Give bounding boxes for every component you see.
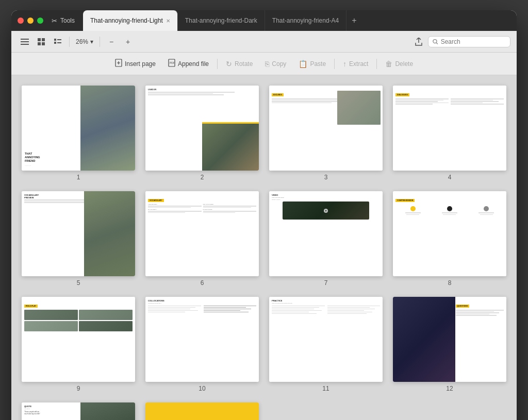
tab-dark[interactable]: That-annoying-friend-Dark — [178, 10, 265, 31]
copy-icon: ⎘ — [265, 60, 269, 68]
delete-icon: 🗑 — [385, 60, 392, 68]
delete-label: Delete — [395, 60, 413, 68]
search-icon — [433, 39, 438, 45]
paste-icon: 📋 — [299, 60, 307, 68]
page-thumb-8[interactable]: COMPREHENSION — [393, 191, 506, 287]
extract-button[interactable]: ↑ Extract — [338, 57, 373, 71]
svg-point-11 — [433, 39, 437, 43]
paste-label: Paste — [310, 60, 326, 68]
rotate-icon: ↻ — [226, 60, 232, 68]
insert-page-icon — [115, 59, 122, 69]
tools-label: Tools — [60, 17, 75, 24]
svg-rect-3 — [38, 38, 41, 41]
svg-rect-8 — [57, 39, 61, 40]
action-separator-3 — [376, 59, 377, 69]
svg-line-12 — [436, 42, 438, 44]
toolbar: 26% ▾ − + — [11, 31, 517, 53]
append-file-label: Append file — [178, 60, 209, 68]
thumb-card-13: QUOTE Who said it? "Some people talk too… — [22, 402, 135, 420]
svg-rect-1 — [21, 41, 29, 42]
page-thumb-6[interactable]: VOCABULARY Annoying friend Do you need i… — [145, 191, 259, 287]
append-file-button[interactable]: PDF Append file — [163, 56, 214, 71]
zoom-in-button[interactable]: + — [121, 35, 135, 49]
insert-page-label: Insert page — [125, 60, 156, 68]
insert-page-button[interactable]: Insert page — [110, 56, 161, 71]
thumb-card-6: VOCABULARY Annoying friend Do you need i… — [145, 191, 259, 276]
thumb-card-4: DIALOGUES — [393, 86, 506, 171]
tab-bar: That-annoying-friend-Light ✕ That-annoyi… — [83, 10, 510, 31]
page-thumb-10[interactable]: COLLOCATIONS Complete each phrase with 1 — [145, 297, 259, 392]
toolbar-separator-1 — [69, 37, 70, 47]
tab-label-dark: That-annoying-friend-Dark — [185, 17, 257, 24]
minimize-button[interactable] — [27, 18, 34, 24]
paste-button[interactable]: 📋 Paste — [293, 57, 331, 71]
page-thumb-7[interactable]: VIDEO That Annoying Friend Duration: 2:0… — [269, 191, 383, 287]
svg-rect-5 — [38, 42, 41, 45]
svg-rect-2 — [21, 44, 29, 45]
delete-button[interactable]: 🗑 Delete — [380, 57, 418, 71]
tab-label-a4: That-annoying-friend-A4 — [272, 17, 339, 24]
rotate-button[interactable]: ↻ Rotate — [221, 57, 258, 71]
svg-rect-10 — [57, 42, 61, 43]
page-number-1: 1 — [77, 174, 80, 181]
extract-icon: ↑ — [343, 60, 346, 68]
page-thumb-4[interactable]: DIALOGUES — [393, 86, 506, 181]
zoom-display[interactable]: 26% ▾ — [76, 38, 93, 45]
page-thumb-1[interactable]: THATANNOYINGFRIEND ___________ 1 — [22, 86, 135, 181]
tab-close-light[interactable]: ✕ — [166, 18, 170, 24]
page-thumb-5[interactable]: VOCABULARYPREVIEW 5 — [22, 191, 135, 287]
action-separator-1 — [217, 59, 218, 69]
action-separator-2 — [334, 59, 335, 69]
page-number-7: 7 — [324, 279, 328, 287]
thumb-card-11: PRACTICE Match the sentences with suitab… — [269, 297, 383, 382]
page-number-2: 2 — [201, 174, 204, 181]
svg-rect-0 — [21, 39, 29, 40]
page-thumb-3[interactable]: EXCUSES 3 — [269, 86, 383, 181]
page-thumb-12[interactable]: QUESTIONS 12 — [393, 297, 506, 392]
thumb-card-12: QUESTIONS — [393, 297, 506, 382]
zoom-out-button[interactable]: − — [104, 35, 119, 49]
copy-button[interactable]: ⎘ Copy — [260, 57, 291, 71]
page-thumb-11[interactable]: PRACTICE Match the sentences with suitab… — [269, 297, 383, 392]
grid-view-button[interactable] — [34, 35, 48, 49]
sidebar-toggle-button[interactable] — [18, 35, 32, 49]
page-thumb-13[interactable]: QUOTE Who said it? "Some people talk too… — [22, 402, 135, 420]
thumb-card-1: THATANNOYINGFRIEND ___________ — [22, 86, 135, 171]
titlebar: ✂ Tools That-annoying-friend-Light ✕ Tha… — [11, 10, 517, 31]
action-bar: Insert page PDF Append file ↻ Rotate ⎘ C… — [11, 53, 517, 75]
tools-section: ✂ Tools — [52, 17, 75, 25]
app-window: ✂ Tools That-annoying-friend-Light ✕ Tha… — [11, 10, 517, 420]
extract-label: Extract — [349, 60, 368, 68]
page-number-9: 9 — [77, 385, 80, 392]
maximize-button[interactable] — [37, 18, 43, 24]
tab-light[interactable]: That-annoying-friend-Light ✕ — [83, 10, 178, 31]
tools-icon: ✂ — [52, 17, 57, 25]
thumb-card-9: ROLE-PLAY — [22, 297, 135, 382]
page-number-11: 11 — [322, 385, 329, 392]
thumb-card-3: EXCUSES — [269, 86, 383, 171]
toolbar-separator-2 — [100, 37, 100, 47]
svg-rect-9 — [54, 42, 56, 44]
page-number-3: 3 — [324, 174, 328, 181]
page-thumb-14[interactable]: ANY QUESTIONS? 14 — [145, 402, 259, 420]
append-file-icon: PDF — [168, 59, 175, 69]
list-view-button[interactable] — [51, 35, 65, 49]
page-thumb-2[interactable]: LEAD-IN 2 — [145, 86, 259, 181]
tab-a4[interactable]: That-annoying-friend-A4 — [265, 10, 346, 31]
page-grid: THATANNOYINGFRIEND ___________ 1 LEAD-IN — [22, 86, 506, 420]
thumb-card-14: ANY QUESTIONS? — [145, 402, 259, 420]
svg-rect-7 — [54, 39, 56, 41]
add-tab-button[interactable]: + — [346, 10, 361, 31]
page-thumb-9[interactable]: ROLE-PLAY 9 — [22, 297, 135, 392]
svg-rect-4 — [42, 38, 45, 41]
thumb-card-2: LEAD-IN — [145, 86, 259, 171]
page-number-8: 8 — [448, 279, 452, 287]
zoom-value: 26% — [76, 38, 88, 45]
close-button[interactable] — [18, 18, 24, 24]
page-grid-area: THATANNOYINGFRIEND ___________ 1 LEAD-IN — [11, 75, 517, 420]
search-input[interactable] — [441, 38, 506, 45]
thumb-card-7: VIDEO That Annoying Friend Duration: 2:0… — [269, 191, 383, 276]
share-button[interactable] — [411, 35, 426, 49]
search-box[interactable] — [428, 36, 510, 47]
thumb-card-5: VOCABULARYPREVIEW — [22, 191, 135, 276]
